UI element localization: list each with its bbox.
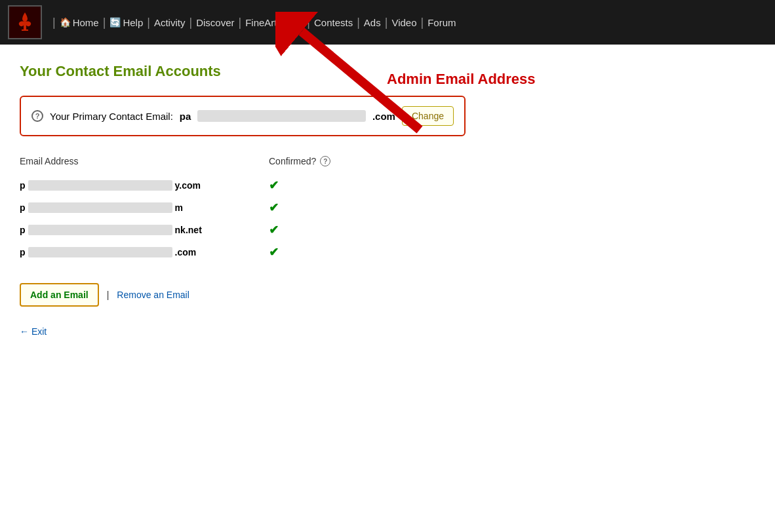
email-suffix-1: m — [175, 202, 183, 213]
email-prefix-0: p — [20, 180, 26, 191]
nav-contests[interactable]: Contests — [314, 17, 353, 28]
primary-help-icon[interactable]: ? — [31, 110, 43, 122]
confirmed-cell-0: ✔ — [269, 178, 374, 193]
email-cell-1: p m — [20, 202, 269, 213]
nav-sep-4: | — [239, 16, 242, 29]
nav-discover[interactable]: Discover — [196, 17, 234, 28]
email-table-section: Email Address Confirmed? ? p y.com ✔ p m — [20, 156, 636, 263]
confirmed-cell-3: ✔ — [269, 245, 374, 259]
email-redacted-1 — [28, 202, 172, 213]
table-row: p y.com ✔ — [20, 174, 636, 197]
add-email-button[interactable]: Add an Email — [20, 283, 99, 307]
nav-help[interactable]: Help — [123, 17, 143, 28]
checkmark-2: ✔ — [269, 223, 279, 237]
home-nav-icon: 🏠 — [60, 17, 71, 28]
navbar: | 🏠 Home | 🔄 Help | Activity | Discover … — [0, 0, 775, 45]
email-cell-0: p y.com — [20, 180, 269, 191]
email-prefix-3: p — [20, 247, 26, 257]
primary-email-prefix: pa — [180, 111, 191, 122]
table-row: p nk.net ✔ — [20, 219, 636, 241]
nav-sep-0: | — [52, 16, 56, 29]
checkmark-0: ✔ — [269, 179, 279, 192]
main-content: Your Contact Email Accounts ? Your Prima… — [0, 45, 656, 355]
table-row: p m ✔ — [20, 197, 636, 219]
change-email-button[interactable]: Change — [402, 106, 454, 126]
email-redacted-0 — [28, 180, 172, 191]
email-cell-2: p nk.net — [20, 225, 269, 235]
col-header-email: Email Address — [20, 156, 269, 166]
nav-sep-7: | — [385, 16, 388, 29]
nav-home[interactable]: Home — [73, 17, 99, 28]
email-redacted-2 — [28, 225, 172, 235]
nav-sep-3: | — [189, 16, 192, 29]
email-suffix-2: nk.net — [175, 225, 202, 235]
nav-ads[interactable]: Ads — [364, 17, 381, 28]
table-row: p .com ✔ — [20, 241, 636, 263]
confirmed-cell-2: ✔ — [269, 223, 374, 237]
email-redacted-3 — [28, 247, 172, 257]
exit-section: ← Exit — [20, 326, 636, 337]
exit-link[interactable]: ← Exit — [20, 326, 47, 337]
checkmark-1: ✔ — [269, 201, 279, 214]
email-prefix-2: p — [20, 225, 26, 235]
remove-email-link[interactable]: Remove an Email — [117, 290, 189, 300]
email-prefix-1: p — [20, 202, 26, 213]
nav-forum[interactable]: Forum — [427, 17, 456, 28]
col-header-confirmed: Confirmed? ? — [269, 156, 374, 166]
nav-fineartviews[interactable]: FineArtViews — [245, 17, 303, 28]
nav-activity[interactable]: Activity — [154, 17, 186, 28]
nav-sep-2: | — [147, 16, 150, 29]
nav-sep-5: | — [307, 16, 310, 29]
primary-email-suffix: .com — [372, 111, 395, 122]
email-suffix-0: y.com — [175, 180, 201, 191]
email-table-header: Email Address Confirmed? ? — [20, 156, 636, 166]
nav-sep-6: | — [357, 16, 360, 29]
action-sep: | — [107, 290, 109, 300]
site-logo[interactable] — [8, 5, 42, 39]
email-suffix-3: .com — [175, 247, 197, 257]
action-links: Add an Email | Remove an Email — [20, 283, 636, 307]
nav-video[interactable]: Video — [391, 17, 416, 28]
primary-email-label: Your Primary Contact Email: — [50, 111, 173, 122]
page-title: Your Contact Email Accounts — [20, 63, 636, 80]
nav-sep-8: | — [421, 16, 424, 29]
help-nav-icon: 🔄 — [109, 17, 121, 28]
checkmark-3: ✔ — [269, 246, 279, 259]
primary-email-box: ? Your Primary Contact Email: pa .com Ch… — [20, 96, 466, 136]
nav-sep-1: | — [103, 16, 106, 29]
confirmed-cell-1: ✔ — [269, 200, 374, 215]
confirmed-help-icon[interactable]: ? — [320, 156, 330, 166]
email-cell-3: p .com — [20, 247, 269, 257]
primary-email-redacted — [197, 110, 366, 122]
